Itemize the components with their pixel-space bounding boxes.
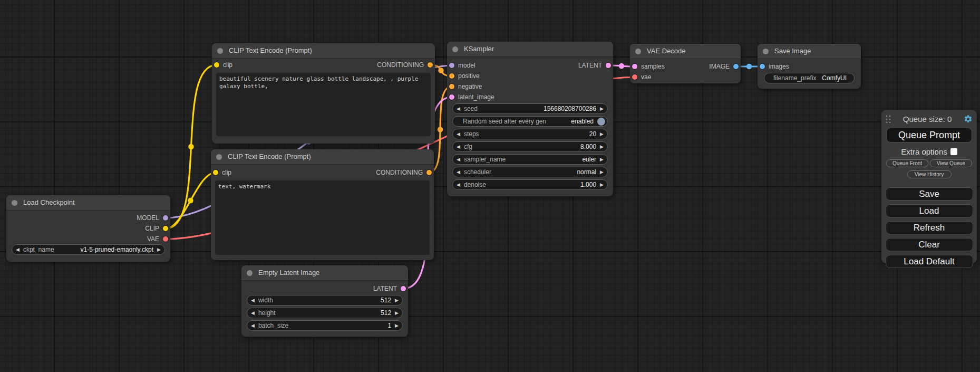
widget-sampler-name[interactable]: ◀ sampler_name euler ▶: [452, 154, 608, 165]
widget-value: ComfyUI: [822, 74, 847, 82]
increment-arrow-icon[interactable]: ▶: [157, 244, 161, 255]
output-port-model[interactable]: [163, 215, 168, 221]
output-port-latent[interactable]: [606, 63, 611, 68]
widget-label: seed: [464, 105, 478, 112]
collapse-dot-icon[interactable]: [763, 49, 769, 54]
port-label-positive: positive: [458, 71, 480, 81]
node-title-label: Save Image: [774, 47, 811, 55]
prompt-textarea[interactable]: beautiful scenery nature glass bottle la…: [216, 73, 431, 136]
widget-cfg[interactable]: ◀ cfg 8.000 ▶: [452, 141, 608, 152]
widget-filename-prefix[interactable]: filename_prefix ComfyUI: [764, 73, 855, 83]
node-title-bar[interactable]: KSampler: [447, 42, 613, 56]
decrement-arrow-icon[interactable]: ◀: [16, 244, 20, 255]
collapse-dot-icon[interactable]: [452, 46, 458, 52]
collapse-dot-icon[interactable]: [247, 270, 253, 276]
decrement-arrow-icon[interactable]: ◀: [457, 154, 460, 165]
increment-arrow-icon[interactable]: ▶: [600, 129, 604, 139]
node-graph-canvas[interactable]: Load Checkpoint MODEL CLIP VAE ◀ ckpt_na…: [0, 0, 980, 372]
widget-denoise[interactable]: ◀ denoise 1.000 ▶: [452, 179, 608, 190]
widget-label: ckpt_name: [23, 246, 54, 253]
decrement-arrow-icon[interactable]: ◀: [457, 179, 460, 190]
increment-arrow-icon[interactable]: ▶: [600, 167, 604, 177]
widget-value: 8.000: [580, 143, 596, 150]
prompt-textarea[interactable]: text, watermark: [215, 180, 430, 255]
increment-arrow-icon[interactable]: ▶: [600, 154, 604, 165]
increment-arrow-icon[interactable]: ▶: [395, 308, 399, 318]
port-label-latent: LATENT: [578, 60, 602, 71]
decrement-arrow-icon[interactable]: ◀: [251, 320, 255, 331]
decrement-arrow-icon[interactable]: ◀: [251, 295, 255, 306]
output-port-image[interactable]: [733, 64, 739, 69]
output-port-vae[interactable]: [163, 236, 168, 242]
node-title-bar[interactable]: VAE Decode: [630, 44, 741, 59]
input-port-latent-image[interactable]: [449, 94, 454, 100]
node-title-label: Empty Latent Image: [258, 269, 319, 276]
widget-value: 1.000: [580, 181, 596, 188]
node-clip-text-encode-positive[interactable]: CLIP Text Encode (Prompt) clip CONDITION…: [212, 43, 435, 144]
input-port-vae[interactable]: [632, 74, 637, 80]
input-port-images[interactable]: [760, 64, 765, 69]
drag-handle-icon[interactable]: [886, 115, 891, 123]
widget-steps[interactable]: ◀ steps 20 ▶: [452, 129, 608, 139]
widget-random-seed-toggle[interactable]: Random seed after every gen enabled: [452, 116, 608, 127]
clear-button[interactable]: Clear: [886, 238, 973, 251]
view-history-button[interactable]: View History: [907, 170, 952, 178]
load-default-button[interactable]: Load Default: [886, 255, 973, 268]
input-port-clip[interactable]: [213, 170, 218, 175]
node-title-bar[interactable]: Empty Latent Image: [241, 265, 408, 280]
queue-prompt-button[interactable]: Queue Prompt: [886, 128, 972, 142]
widget-width[interactable]: ◀ width 512 ▶: [247, 295, 403, 306]
increment-arrow-icon[interactable]: ▶: [600, 179, 604, 190]
node-save-image[interactable]: Save Image images filename_prefix ComfyU…: [758, 44, 861, 89]
decrement-arrow-icon[interactable]: ◀: [251, 308, 255, 318]
collapse-dot-icon[interactable]: [217, 48, 223, 54]
input-port-negative[interactable]: [449, 84, 454, 89]
node-clip-text-encode-negative[interactable]: CLIP Text Encode (Prompt) clip CONDITION…: [211, 149, 434, 260]
node-title-label: KSampler: [464, 45, 494, 53]
load-button[interactable]: Load: [886, 204, 973, 217]
widget-value: 512: [381, 297, 391, 304]
node-vae-decode[interactable]: VAE Decode samples IMAGE vae: [630, 44, 741, 83]
widget-height[interactable]: ◀ height 512 ▶: [247, 308, 403, 318]
refresh-button[interactable]: Refresh: [886, 221, 973, 234]
increment-arrow-icon[interactable]: ▶: [395, 320, 399, 331]
view-queue-button[interactable]: View Queue: [930, 159, 972, 167]
widget-batch-size[interactable]: ◀ batch_size 1 ▶: [247, 320, 403, 331]
output-port-clip[interactable]: [163, 226, 168, 231]
decrement-arrow-icon[interactable]: ◀: [457, 141, 460, 152]
decrement-arrow-icon[interactable]: ◀: [457, 167, 460, 177]
node-title-bar[interactable]: Save Image: [758, 44, 861, 59]
widget-value: v1-5-pruned-emaonly.ckpt: [81, 246, 154, 253]
collapse-dot-icon[interactable]: [216, 154, 222, 160]
widget-seed[interactable]: ◀ seed 156680208700286 ▶: [452, 103, 608, 114]
increment-arrow-icon[interactable]: ▶: [600, 141, 604, 152]
decrement-arrow-icon[interactable]: ◀: [457, 103, 460, 114]
collapse-dot-icon[interactable]: [635, 49, 641, 54]
decrement-arrow-icon[interactable]: ◀: [457, 129, 460, 139]
input-port-samples[interactable]: [632, 64, 637, 69]
toggle-circle-icon[interactable]: [597, 118, 605, 126]
output-port-latent[interactable]: [401, 286, 406, 291]
input-port-positive[interactable]: [449, 73, 454, 79]
input-port-model[interactable]: [449, 63, 454, 68]
node-title-bar[interactable]: CLIP Text Encode (Prompt): [211, 149, 434, 164]
node-title-bar[interactable]: CLIP Text Encode (Prompt): [212, 43, 435, 58]
input-port-clip[interactable]: [214, 62, 219, 68]
widget-ckpt-name[interactable]: ◀ ckpt_name v1-5-pruned-emaonly.ckpt ▶: [12, 244, 165, 255]
widget-value: 1: [387, 322, 391, 329]
widget-value: 512: [381, 309, 391, 317]
node-title-bar[interactable]: Load Checkpoint: [6, 195, 170, 210]
widget-scheduler[interactable]: ◀ scheduler normal ▶: [452, 167, 608, 177]
node-ksampler[interactable]: KSampler model LATENT positive negative …: [447, 42, 613, 196]
output-port-conditioning[interactable]: [426, 170, 432, 175]
collapse-dot-icon[interactable]: [12, 200, 17, 206]
node-load-checkpoint[interactable]: Load Checkpoint MODEL CLIP VAE ◀ ckpt_na…: [6, 195, 170, 262]
increment-arrow-icon[interactable]: ▶: [395, 295, 399, 306]
output-port-conditioning[interactable]: [428, 62, 433, 68]
node-empty-latent-image[interactable]: Empty Latent Image LATENT ◀ width 512 ▶ …: [241, 265, 408, 337]
settings-gear-icon[interactable]: [964, 115, 973, 123]
increment-arrow-icon[interactable]: ▶: [600, 103, 604, 114]
extra-options-checkbox[interactable]: [950, 148, 957, 155]
queue-front-button[interactable]: Queue Front: [886, 159, 928, 167]
save-button[interactable]: Save: [886, 187, 973, 201]
